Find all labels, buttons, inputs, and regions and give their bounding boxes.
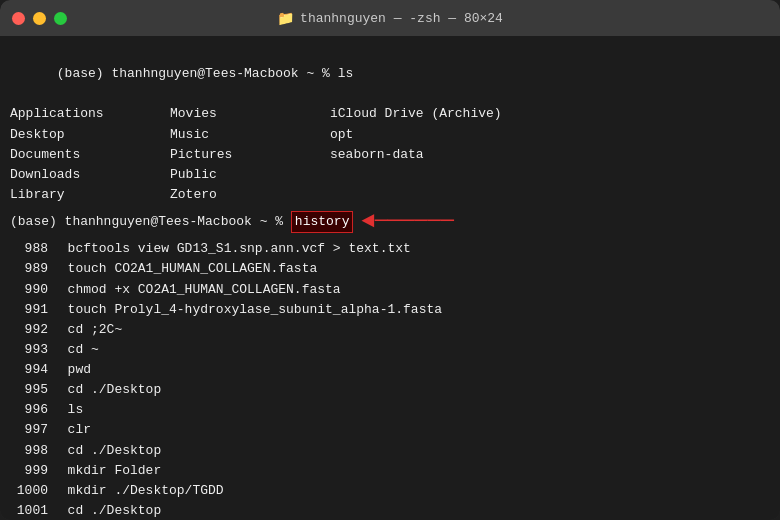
history-line-995: 995 cd ./Desktop [10,380,770,400]
ls-col1-row4: Downloads [10,165,170,185]
traffic-lights [12,12,67,25]
history-line-996: 996 ls [10,400,770,420]
window-title: thanhnguyen — -zsh — 80×24 [300,11,503,26]
minimize-button[interactable] [33,12,46,25]
history-line-994: 994 pwd [10,360,770,380]
terminal-content[interactable]: (base) thanhnguyen@Tees-Macbook ~ % ls A… [0,36,780,520]
terminal-window: 📁 thanhnguyen — -zsh — 80×24 (base) than… [0,0,780,520]
ls-col1-row5: Library [10,185,170,205]
ls-col1-row3: Documents [10,145,170,165]
maximize-button[interactable] [54,12,67,25]
history-line-989: 989 touch CO2A1_HUMAN_COLLAGEN.fasta [10,259,770,279]
history-line-1000: 1000 mkdir ./Desktop/TGDD [10,481,770,501]
ls-output: Applications Movies iCloud Drive (Archiv… [10,104,770,205]
history-line-992: 992 cd ;2C~ [10,320,770,340]
history-line-988: 988 bcftools view GD13_S1.snp.ann.vcf > … [10,239,770,259]
prompt2-before: (base) thanhnguyen@Tees-Macbook ~ % [10,212,291,232]
ls-col2-row1: Movies [170,104,330,124]
history-highlight: history [291,211,354,233]
ls-col2-row2: Music [170,125,330,145]
history-line-998: 998 cd ./Desktop [10,441,770,461]
folder-icon: 📁 [277,10,294,27]
ls-col3-row3: seaborn-data [330,145,770,165]
history-line-997: 997 clr [10,420,770,440]
history-line-993: 993 cd ~ [10,340,770,360]
ls-col3-row4 [330,165,770,185]
history-output: 988 bcftools view GD13_S1.snp.ann.vcf > … [10,239,770,520]
ls-col3-row5 [330,185,770,205]
ls-col1-row1: Applications [10,104,170,124]
history-line-999: 999 mkdir Folder [10,461,770,481]
title-bar-text: 📁 thanhnguyen — -zsh — 80×24 [277,10,503,27]
history-line-990: 990 chmod +x CO2A1_HUMAN_COLLAGEN.fasta [10,280,770,300]
ls-prompt: (base) thanhnguyen@Tees-Macbook ~ % ls [10,44,770,104]
red-arrow-icon: ◄────── [361,205,453,239]
ls-col3-row1: iCloud Drive (Archive) [330,104,770,124]
history-line-991: 991 touch Prolyl_4-hydroxylase_subunit_a… [10,300,770,320]
close-button[interactable] [12,12,25,25]
title-bar: 📁 thanhnguyen — -zsh — 80×24 [0,0,780,36]
ls-col2-row5: Zotero [170,185,330,205]
ls-col3-row2: opt [330,125,770,145]
ls-col2-row3: Pictures [170,145,330,165]
history-prompt-line: (base) thanhnguyen@Tees-Macbook ~ % hist… [10,205,770,239]
ls-col1-row2: Desktop [10,125,170,145]
ls-col2-row4: Public [170,165,330,185]
history-line-1001: 1001 cd ./Desktop [10,501,770,520]
